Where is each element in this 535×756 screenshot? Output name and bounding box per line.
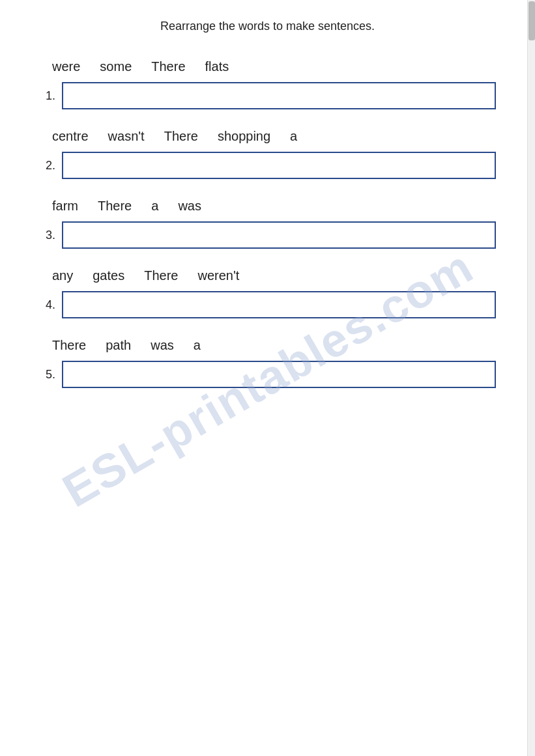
question-number-1: 1. [39, 89, 55, 103]
exercise-5: There path was a 5. [39, 338, 496, 388]
words-row-2: centre wasn't There shopping a [39, 129, 496, 144]
scrollbar-thumb[interactable] [528, 1, 535, 40]
word-1-1: were [52, 59, 80, 74]
word-2-5: a [290, 129, 297, 144]
word-4-1: any [52, 268, 73, 283]
word-3-4: was [178, 199, 201, 214]
word-2-4: shopping [218, 129, 270, 144]
word-5-1: There [52, 338, 86, 353]
answer-row-3: 3. [39, 221, 496, 249]
exercise-3: farm There a was 3. [39, 199, 496, 249]
answer-input-1[interactable] [62, 82, 496, 109]
words-row-3: farm There a was [39, 199, 496, 214]
question-number-4: 4. [39, 298, 55, 312]
answer-row-5: 5. [39, 361, 496, 388]
word-2-3: There [164, 129, 198, 144]
word-5-3: was [151, 338, 174, 353]
page: Rearrange the words to make sentences. w… [0, 0, 535, 756]
words-row-5: There path was a [39, 338, 496, 353]
word-4-3: There [144, 268, 178, 283]
question-number-3: 3. [39, 229, 55, 242]
scrollbar[interactable] [527, 0, 535, 756]
word-5-4: a [194, 338, 201, 353]
question-number-5: 5. [39, 368, 55, 382]
word-2-1: centre [52, 129, 89, 144]
answer-input-4[interactable] [62, 291, 496, 318]
answer-input-5[interactable] [62, 361, 496, 388]
word-2-2: wasn't [108, 129, 145, 144]
word-1-2: some [100, 59, 132, 74]
exercise-2: centre wasn't There shopping a 2. [39, 129, 496, 179]
answer-input-2[interactable] [62, 152, 496, 179]
answer-row-2: 2. [39, 152, 496, 179]
exercise-4: any gates There weren't 4. [39, 268, 496, 318]
word-1-3: There [151, 59, 185, 74]
word-3-3: a [151, 199, 158, 214]
word-4-4: weren't [197, 268, 239, 283]
question-number-2: 2. [39, 159, 55, 173]
word-5-2: path [106, 338, 131, 353]
answer-row-1: 1. [39, 82, 496, 109]
word-3-1: farm [52, 199, 78, 214]
words-row-1: were some There flats [39, 59, 496, 74]
words-row-4: any gates There weren't [39, 268, 496, 283]
answer-input-3[interactable] [62, 221, 496, 249]
word-4-2: gates [93, 268, 124, 283]
word-3-2: There [98, 199, 132, 214]
word-1-4: flats [205, 59, 229, 74]
answer-row-4: 4. [39, 291, 496, 318]
exercise-1: were some There flats 1. [39, 59, 496, 109]
page-title: Rearrange the words to make sentences. [39, 20, 496, 33]
